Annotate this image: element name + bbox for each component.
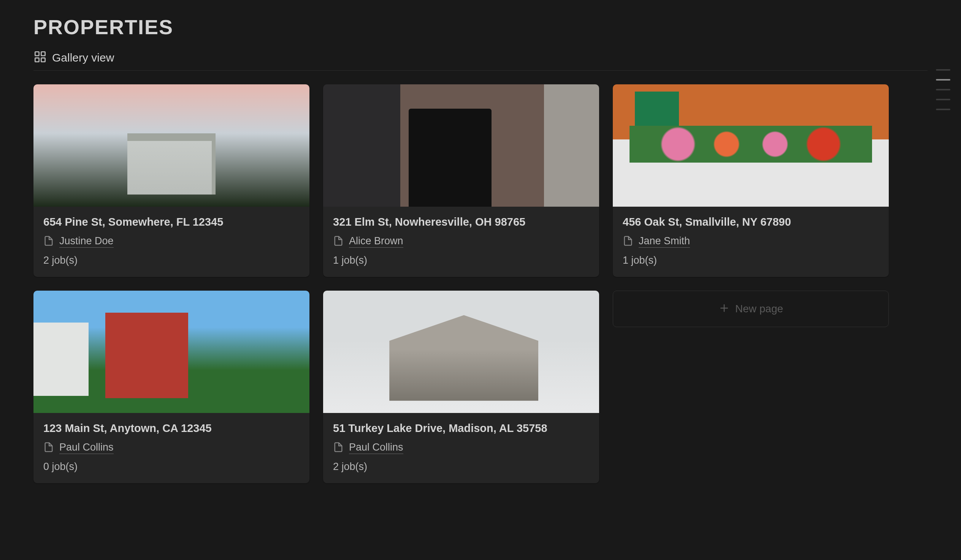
svg-rect-1 xyxy=(41,52,45,56)
property-card[interactable]: 456 Oak St, Smallville, NY 67890 Jane Sm… xyxy=(613,84,889,277)
outline-line[interactable] xyxy=(936,89,950,90)
property-jobs: 1 job(s) xyxy=(333,255,589,266)
gallery-view-icon xyxy=(34,50,47,65)
page-icon xyxy=(43,442,54,454)
property-image xyxy=(323,290,599,413)
page-outline[interactable] xyxy=(936,69,950,110)
person-name: Paul Collins xyxy=(59,441,114,454)
property-address: 456 Oak St, Smallville, NY 67890 xyxy=(623,216,879,228)
property-card[interactable]: 123 Main St, Anytown, CA 12345 Paul Coll… xyxy=(34,290,309,483)
property-image xyxy=(323,84,599,207)
person-name: Justine Doe xyxy=(59,235,114,248)
property-address: 51 Turkey Lake Drive, Madison, AL 35758 xyxy=(333,422,589,435)
property-grid: 654 Pine St, Somewhere, FL 12345 Justine… xyxy=(34,84,927,483)
plus-icon xyxy=(718,302,730,315)
page-icon xyxy=(333,236,344,248)
property-address: 321 Elm St, Nowheresville, OH 98765 xyxy=(333,216,589,228)
property-jobs: 1 job(s) xyxy=(623,255,879,266)
property-image xyxy=(613,84,889,207)
property-address: 654 Pine St, Somewhere, FL 12345 xyxy=(43,216,300,228)
new-page-button[interactable]: New page xyxy=(613,290,889,327)
property-person[interactable]: Paul Collins xyxy=(43,441,300,454)
property-jobs: 0 job(s) xyxy=(43,461,300,473)
property-jobs: 2 job(s) xyxy=(333,461,589,473)
property-image xyxy=(34,290,309,413)
svg-rect-3 xyxy=(41,58,45,61)
property-card[interactable]: 51 Turkey Lake Drive, Madison, AL 35758 … xyxy=(323,290,599,483)
person-name: Alice Brown xyxy=(349,235,403,248)
outline-line[interactable] xyxy=(936,99,950,100)
new-page-label: New page xyxy=(735,303,783,315)
property-person[interactable]: Justine Doe xyxy=(43,235,300,248)
svg-rect-2 xyxy=(35,58,39,61)
person-name: Jane Smith xyxy=(639,235,690,248)
person-name: Paul Collins xyxy=(349,441,403,454)
outline-line[interactable] xyxy=(936,79,950,80)
outline-line[interactable] xyxy=(936,109,950,110)
view-tab-gallery[interactable]: Gallery view xyxy=(52,51,114,64)
property-person[interactable]: Paul Collins xyxy=(333,441,589,454)
page-icon xyxy=(43,236,54,248)
page-title: PROPERTIES xyxy=(34,15,927,39)
property-card[interactable]: 321 Elm St, Nowheresville, OH 98765 Alic… xyxy=(323,84,599,277)
property-jobs: 2 job(s) xyxy=(43,255,300,266)
property-person[interactable]: Jane Smith xyxy=(623,235,879,248)
page-icon xyxy=(333,442,344,454)
property-card[interactable]: 654 Pine St, Somewhere, FL 12345 Justine… xyxy=(34,84,309,277)
svg-rect-0 xyxy=(35,52,39,56)
property-image xyxy=(34,84,309,207)
view-tabs: Gallery view xyxy=(34,50,927,71)
outline-line[interactable] xyxy=(936,69,950,71)
page-icon xyxy=(623,236,633,248)
property-address: 123 Main St, Anytown, CA 12345 xyxy=(43,422,300,435)
property-person[interactable]: Alice Brown xyxy=(333,235,589,248)
